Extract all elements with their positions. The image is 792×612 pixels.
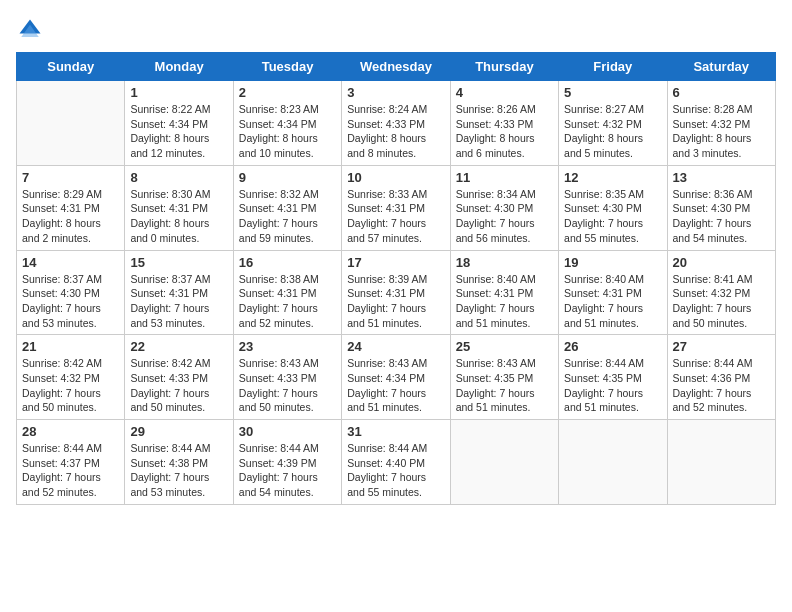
calendar-week-row: 1Sunrise: 8:22 AM Sunset: 4:34 PM Daylig…: [17, 81, 776, 166]
day-info: Sunrise: 8:29 AM Sunset: 4:31 PM Dayligh…: [22, 187, 119, 246]
day-info: Sunrise: 8:43 AM Sunset: 4:34 PM Dayligh…: [347, 356, 444, 415]
calendar-cell: [559, 420, 667, 505]
calendar-cell: 24Sunrise: 8:43 AM Sunset: 4:34 PM Dayli…: [342, 335, 450, 420]
day-number: 29: [130, 424, 227, 439]
day-number: 8: [130, 170, 227, 185]
day-info: Sunrise: 8:36 AM Sunset: 4:30 PM Dayligh…: [673, 187, 770, 246]
day-info: Sunrise: 8:23 AM Sunset: 4:34 PM Dayligh…: [239, 102, 336, 161]
weekday-header-row: SundayMondayTuesdayWednesdayThursdayFrid…: [17, 53, 776, 81]
day-number: 22: [130, 339, 227, 354]
calendar-cell: 2Sunrise: 8:23 AM Sunset: 4:34 PM Daylig…: [233, 81, 341, 166]
calendar-cell: 16Sunrise: 8:38 AM Sunset: 4:31 PM Dayli…: [233, 250, 341, 335]
calendar-cell: [17, 81, 125, 166]
day-info: Sunrise: 8:41 AM Sunset: 4:32 PM Dayligh…: [673, 272, 770, 331]
calendar-cell: 15Sunrise: 8:37 AM Sunset: 4:31 PM Dayli…: [125, 250, 233, 335]
day-info: Sunrise: 8:44 AM Sunset: 4:39 PM Dayligh…: [239, 441, 336, 500]
calendar-cell: 19Sunrise: 8:40 AM Sunset: 4:31 PM Dayli…: [559, 250, 667, 335]
weekday-header: Wednesday: [342, 53, 450, 81]
calendar-cell: 26Sunrise: 8:44 AM Sunset: 4:35 PM Dayli…: [559, 335, 667, 420]
calendar-cell: 20Sunrise: 8:41 AM Sunset: 4:32 PM Dayli…: [667, 250, 775, 335]
calendar-cell: 1Sunrise: 8:22 AM Sunset: 4:34 PM Daylig…: [125, 81, 233, 166]
day-number: 7: [22, 170, 119, 185]
day-info: Sunrise: 8:43 AM Sunset: 4:33 PM Dayligh…: [239, 356, 336, 415]
calendar-cell: 9Sunrise: 8:32 AM Sunset: 4:31 PM Daylig…: [233, 165, 341, 250]
day-info: Sunrise: 8:38 AM Sunset: 4:31 PM Dayligh…: [239, 272, 336, 331]
day-info: Sunrise: 8:35 AM Sunset: 4:30 PM Dayligh…: [564, 187, 661, 246]
calendar-cell: 28Sunrise: 8:44 AM Sunset: 4:37 PM Dayli…: [17, 420, 125, 505]
calendar-cell: [667, 420, 775, 505]
weekday-header: Thursday: [450, 53, 558, 81]
day-number: 6: [673, 85, 770, 100]
day-info: Sunrise: 8:39 AM Sunset: 4:31 PM Dayligh…: [347, 272, 444, 331]
calendar-cell: 4Sunrise: 8:26 AM Sunset: 4:33 PM Daylig…: [450, 81, 558, 166]
day-number: 14: [22, 255, 119, 270]
day-number: 24: [347, 339, 444, 354]
day-number: 10: [347, 170, 444, 185]
calendar-cell: 11Sunrise: 8:34 AM Sunset: 4:30 PM Dayli…: [450, 165, 558, 250]
logo-icon: [16, 16, 44, 44]
day-info: Sunrise: 8:40 AM Sunset: 4:31 PM Dayligh…: [456, 272, 553, 331]
day-info: Sunrise: 8:26 AM Sunset: 4:33 PM Dayligh…: [456, 102, 553, 161]
calendar-cell: 5Sunrise: 8:27 AM Sunset: 4:32 PM Daylig…: [559, 81, 667, 166]
day-info: Sunrise: 8:32 AM Sunset: 4:31 PM Dayligh…: [239, 187, 336, 246]
day-number: 5: [564, 85, 661, 100]
page-header: [16, 16, 776, 44]
calendar-week-row: 7Sunrise: 8:29 AM Sunset: 4:31 PM Daylig…: [17, 165, 776, 250]
day-info: Sunrise: 8:28 AM Sunset: 4:32 PM Dayligh…: [673, 102, 770, 161]
day-info: Sunrise: 8:42 AM Sunset: 4:33 PM Dayligh…: [130, 356, 227, 415]
day-number: 30: [239, 424, 336, 439]
calendar-table: SundayMondayTuesdayWednesdayThursdayFrid…: [16, 52, 776, 505]
calendar-cell: 23Sunrise: 8:43 AM Sunset: 4:33 PM Dayli…: [233, 335, 341, 420]
calendar-cell: 12Sunrise: 8:35 AM Sunset: 4:30 PM Dayli…: [559, 165, 667, 250]
day-number: 20: [673, 255, 770, 270]
day-info: Sunrise: 8:27 AM Sunset: 4:32 PM Dayligh…: [564, 102, 661, 161]
calendar-cell: 8Sunrise: 8:30 AM Sunset: 4:31 PM Daylig…: [125, 165, 233, 250]
day-info: Sunrise: 8:30 AM Sunset: 4:31 PM Dayligh…: [130, 187, 227, 246]
day-info: Sunrise: 8:44 AM Sunset: 4:38 PM Dayligh…: [130, 441, 227, 500]
calendar-cell: 17Sunrise: 8:39 AM Sunset: 4:31 PM Dayli…: [342, 250, 450, 335]
day-number: 16: [239, 255, 336, 270]
day-info: Sunrise: 8:24 AM Sunset: 4:33 PM Dayligh…: [347, 102, 444, 161]
weekday-header: Tuesday: [233, 53, 341, 81]
day-info: Sunrise: 8:33 AM Sunset: 4:31 PM Dayligh…: [347, 187, 444, 246]
calendar-cell: 13Sunrise: 8:36 AM Sunset: 4:30 PM Dayli…: [667, 165, 775, 250]
day-info: Sunrise: 8:22 AM Sunset: 4:34 PM Dayligh…: [130, 102, 227, 161]
day-number: 28: [22, 424, 119, 439]
weekday-header: Monday: [125, 53, 233, 81]
day-number: 4: [456, 85, 553, 100]
calendar-cell: 14Sunrise: 8:37 AM Sunset: 4:30 PM Dayli…: [17, 250, 125, 335]
calendar-cell: 29Sunrise: 8:44 AM Sunset: 4:38 PM Dayli…: [125, 420, 233, 505]
day-info: Sunrise: 8:44 AM Sunset: 4:40 PM Dayligh…: [347, 441, 444, 500]
day-number: 17: [347, 255, 444, 270]
calendar-cell: 21Sunrise: 8:42 AM Sunset: 4:32 PM Dayli…: [17, 335, 125, 420]
day-number: 11: [456, 170, 553, 185]
day-info: Sunrise: 8:40 AM Sunset: 4:31 PM Dayligh…: [564, 272, 661, 331]
day-number: 13: [673, 170, 770, 185]
day-info: Sunrise: 8:37 AM Sunset: 4:31 PM Dayligh…: [130, 272, 227, 331]
day-number: 12: [564, 170, 661, 185]
calendar-cell: 27Sunrise: 8:44 AM Sunset: 4:36 PM Dayli…: [667, 335, 775, 420]
day-info: Sunrise: 8:42 AM Sunset: 4:32 PM Dayligh…: [22, 356, 119, 415]
day-info: Sunrise: 8:44 AM Sunset: 4:36 PM Dayligh…: [673, 356, 770, 415]
calendar-cell: 3Sunrise: 8:24 AM Sunset: 4:33 PM Daylig…: [342, 81, 450, 166]
calendar-cell: 30Sunrise: 8:44 AM Sunset: 4:39 PM Dayli…: [233, 420, 341, 505]
day-number: 3: [347, 85, 444, 100]
calendar-cell: 31Sunrise: 8:44 AM Sunset: 4:40 PM Dayli…: [342, 420, 450, 505]
day-number: 1: [130, 85, 227, 100]
day-number: 9: [239, 170, 336, 185]
calendar-cell: 6Sunrise: 8:28 AM Sunset: 4:32 PM Daylig…: [667, 81, 775, 166]
calendar-cell: 10Sunrise: 8:33 AM Sunset: 4:31 PM Dayli…: [342, 165, 450, 250]
day-number: 18: [456, 255, 553, 270]
logo: [16, 16, 48, 44]
weekday-header: Sunday: [17, 53, 125, 81]
calendar-cell: 18Sunrise: 8:40 AM Sunset: 4:31 PM Dayli…: [450, 250, 558, 335]
calendar-week-row: 28Sunrise: 8:44 AM Sunset: 4:37 PM Dayli…: [17, 420, 776, 505]
calendar-cell: 25Sunrise: 8:43 AM Sunset: 4:35 PM Dayli…: [450, 335, 558, 420]
day-info: Sunrise: 8:44 AM Sunset: 4:37 PM Dayligh…: [22, 441, 119, 500]
day-number: 27: [673, 339, 770, 354]
calendar-week-row: 14Sunrise: 8:37 AM Sunset: 4:30 PM Dayli…: [17, 250, 776, 335]
weekday-header: Saturday: [667, 53, 775, 81]
calendar-cell: [450, 420, 558, 505]
calendar-week-row: 21Sunrise: 8:42 AM Sunset: 4:32 PM Dayli…: [17, 335, 776, 420]
calendar-cell: 22Sunrise: 8:42 AM Sunset: 4:33 PM Dayli…: [125, 335, 233, 420]
